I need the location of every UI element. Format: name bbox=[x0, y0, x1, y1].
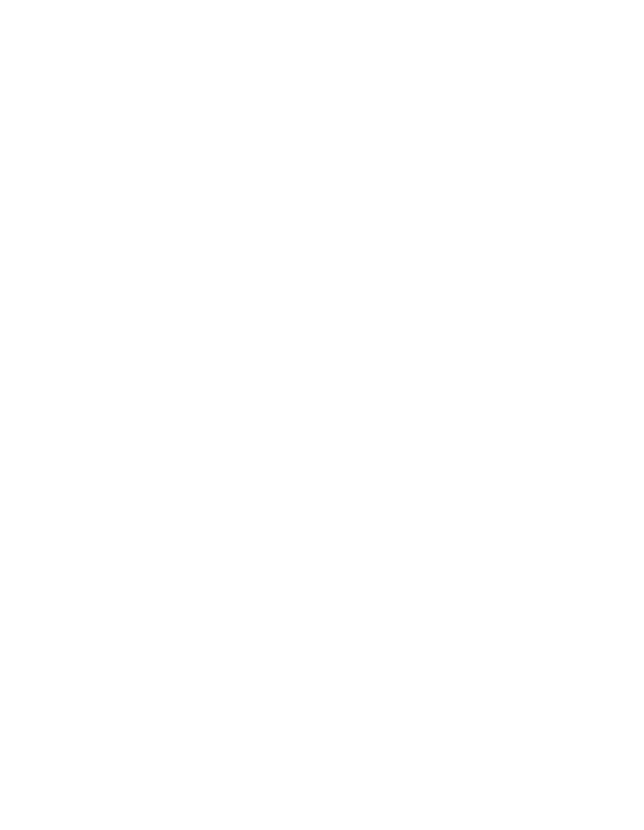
header-mid bbox=[233, 49, 240, 65]
sequence-diagram bbox=[110, 189, 500, 736]
patent-page bbox=[0, 0, 644, 830]
sequence-svg bbox=[110, 189, 500, 736]
